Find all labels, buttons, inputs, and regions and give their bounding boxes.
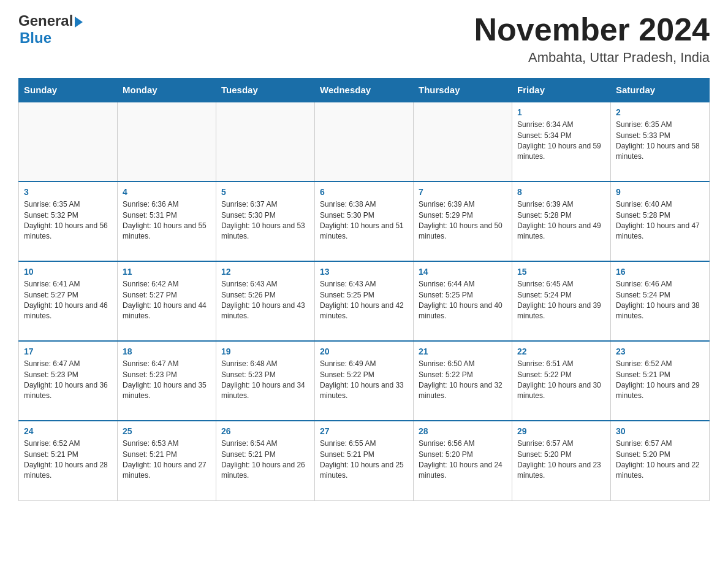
day-info: Sunrise: 6:52 AMSunset: 5:21 PMDaylight:… [616,359,704,402]
day-number: 18 [123,347,211,356]
day-number: 3 [24,187,112,197]
day-info: Sunrise: 6:46 AMSunset: 5:24 PMDaylight:… [616,279,704,322]
day-info: Sunrise: 6:36 AMSunset: 5:31 PMDaylight:… [123,199,211,242]
day-info: Sunrise: 6:55 AMSunset: 5:21 PMDaylight:… [320,439,408,481]
calendar-cell: 26Sunrise: 6:54 AMSunset: 5:21 PMDayligh… [216,421,315,500]
day-info: Sunrise: 6:57 AMSunset: 5:20 PMDaylight:… [616,439,704,481]
day-info: Sunrise: 6:52 AMSunset: 5:21 PMDaylight:… [24,439,112,481]
day-number: 12 [221,267,309,277]
day-number: 6 [320,187,408,197]
col-header-friday: Friday [512,79,611,102]
calendar-cell: 1Sunrise: 6:34 AMSunset: 5:34 PMDaylight… [512,102,611,182]
calendar-cell: 13Sunrise: 6:43 AMSunset: 5:25 PMDayligh… [315,261,414,341]
calendar-cell: 19Sunrise: 6:48 AMSunset: 5:23 PMDayligh… [216,341,315,421]
calendar-cell: 29Sunrise: 6:57 AMSunset: 5:20 PMDayligh… [512,421,611,500]
day-info: Sunrise: 6:35 AMSunset: 5:33 PMDaylight:… [616,120,704,163]
day-number: 19 [221,347,309,356]
col-header-wednesday: Wednesday [315,79,414,102]
day-info: Sunrise: 6:39 AMSunset: 5:29 PMDaylight:… [419,199,507,242]
day-info: Sunrise: 6:47 AMSunset: 5:23 PMDaylight:… [24,359,112,402]
logo: General Blue [18,12,83,46]
logo-blue: Blue [20,29,83,47]
calendar-cell: 8Sunrise: 6:39 AMSunset: 5:28 PMDaylight… [512,182,611,261]
calendar-cell: 23Sunrise: 6:52 AMSunset: 5:21 PMDayligh… [611,341,710,421]
calendar-cell [315,102,414,182]
calendar-week-row: 17Sunrise: 6:47 AMSunset: 5:23 PMDayligh… [19,341,710,421]
day-info: Sunrise: 6:42 AMSunset: 5:27 PMDaylight:… [123,279,211,322]
day-number: 20 [320,347,408,356]
day-info: Sunrise: 6:57 AMSunset: 5:20 PMDaylight:… [517,439,605,481]
calendar-cell: 7Sunrise: 6:39 AMSunset: 5:29 PMDaylight… [414,182,512,261]
calendar-cell: 4Sunrise: 6:36 AMSunset: 5:31 PMDaylight… [118,182,216,261]
day-number: 29 [517,426,605,436]
col-header-saturday: Saturday [611,79,710,102]
calendar-cell: 17Sunrise: 6:47 AMSunset: 5:23 PMDayligh… [19,341,118,421]
day-number: 13 [320,267,408,277]
calendar-week-row: 1Sunrise: 6:34 AMSunset: 5:34 PMDaylight… [19,102,710,182]
day-number: 2 [616,107,704,117]
day-number: 4 [123,187,211,197]
day-number: 11 [123,267,211,277]
calendar-table: SundayMondayTuesdayWednesdayThursdayFrid… [18,78,710,501]
day-number: 10 [24,267,112,277]
day-number: 23 [616,347,704,356]
col-header-sunday: Sunday [19,79,118,102]
day-number: 26 [221,426,309,436]
calendar-cell: 28Sunrise: 6:56 AMSunset: 5:20 PMDayligh… [414,421,512,500]
calendar-cell: 10Sunrise: 6:41 AMSunset: 5:27 PMDayligh… [19,261,118,341]
day-info: Sunrise: 6:35 AMSunset: 5:32 PMDaylight:… [24,199,112,242]
day-info: Sunrise: 6:56 AMSunset: 5:20 PMDaylight:… [419,439,507,481]
col-header-tuesday: Tuesday [216,79,315,102]
calendar-week-row: 3Sunrise: 6:35 AMSunset: 5:32 PMDaylight… [19,182,710,261]
day-info: Sunrise: 6:37 AMSunset: 5:30 PMDaylight:… [221,199,309,242]
calendar-cell: 5Sunrise: 6:37 AMSunset: 5:30 PMDaylight… [216,182,315,261]
day-info: Sunrise: 6:54 AMSunset: 5:21 PMDaylight:… [221,439,309,481]
day-number: 7 [419,187,507,197]
calendar-cell: 2Sunrise: 6:35 AMSunset: 5:33 PMDaylight… [611,102,710,182]
calendar-cell: 12Sunrise: 6:43 AMSunset: 5:26 PMDayligh… [216,261,315,341]
calendar-cell: 21Sunrise: 6:50 AMSunset: 5:22 PMDayligh… [414,341,512,421]
day-number: 14 [419,267,507,277]
day-info: Sunrise: 6:34 AMSunset: 5:34 PMDaylight:… [517,120,605,163]
calendar-cell: 16Sunrise: 6:46 AMSunset: 5:24 PMDayligh… [611,261,710,341]
calendar-cell: 20Sunrise: 6:49 AMSunset: 5:22 PMDayligh… [315,341,414,421]
logo-general: General [18,12,83,29]
calendar-cell: 27Sunrise: 6:55 AMSunset: 5:21 PMDayligh… [315,421,414,500]
calendar-cell: 24Sunrise: 6:52 AMSunset: 5:21 PMDayligh… [19,421,118,500]
day-info: Sunrise: 6:41 AMSunset: 5:27 PMDaylight:… [24,279,112,322]
day-number: 30 [616,426,704,436]
calendar-cell: 15Sunrise: 6:45 AMSunset: 5:24 PMDayligh… [512,261,611,341]
calendar-cell [118,102,216,182]
location-title: Ambahta, Uttar Pradesh, India [474,50,710,66]
day-info: Sunrise: 6:53 AMSunset: 5:21 PMDaylight:… [123,439,211,481]
calendar-cell [216,102,315,182]
day-info: Sunrise: 6:50 AMSunset: 5:22 PMDaylight:… [419,359,507,402]
calendar-cell: 30Sunrise: 6:57 AMSunset: 5:20 PMDayligh… [611,421,710,500]
calendar-week-row: 10Sunrise: 6:41 AMSunset: 5:27 PMDayligh… [19,261,710,341]
col-header-monday: Monday [118,79,216,102]
day-number: 24 [24,426,112,436]
calendar-cell: 9Sunrise: 6:40 AMSunset: 5:28 PMDaylight… [611,182,710,261]
page-header: General Blue November 2024 Ambahta, Utta… [18,12,710,66]
day-info: Sunrise: 6:40 AMSunset: 5:28 PMDaylight:… [616,199,704,242]
calendar-cell: 18Sunrise: 6:47 AMSunset: 5:23 PMDayligh… [118,341,216,421]
day-number: 17 [24,347,112,356]
calendar-cell: 3Sunrise: 6:35 AMSunset: 5:32 PMDaylight… [19,182,118,261]
day-number: 16 [616,267,704,277]
day-info: Sunrise: 6:47 AMSunset: 5:23 PMDaylight:… [123,359,211,402]
day-number: 15 [517,267,605,277]
calendar-cell: 22Sunrise: 6:51 AMSunset: 5:22 PMDayligh… [512,341,611,421]
day-info: Sunrise: 6:45 AMSunset: 5:24 PMDaylight:… [517,279,605,322]
calendar-cell: 11Sunrise: 6:42 AMSunset: 5:27 PMDayligh… [118,261,216,341]
day-info: Sunrise: 6:49 AMSunset: 5:22 PMDaylight:… [320,359,408,402]
calendar-week-row: 24Sunrise: 6:52 AMSunset: 5:21 PMDayligh… [19,421,710,500]
day-info: Sunrise: 6:43 AMSunset: 5:26 PMDaylight:… [221,279,309,322]
calendar-cell [414,102,512,182]
day-number: 5 [221,187,309,197]
day-number: 1 [517,107,605,117]
day-number: 22 [517,347,605,356]
day-info: Sunrise: 6:51 AMSunset: 5:22 PMDaylight:… [517,359,605,402]
day-number: 21 [419,347,507,356]
calendar-cell: 14Sunrise: 6:44 AMSunset: 5:25 PMDayligh… [414,261,512,341]
day-info: Sunrise: 6:43 AMSunset: 5:25 PMDaylight:… [320,279,408,322]
